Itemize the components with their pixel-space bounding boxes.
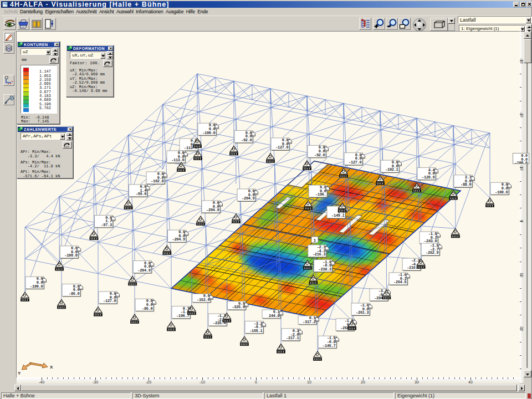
svg-text:244.8: 244.8 [269,314,280,318]
svg-text:-127.0: -127.0 [275,145,289,150]
svg-text:-196.: -196. [315,192,326,197]
svg-text:-204.9: -204.9 [242,196,255,201]
svg-text:-264.5: -264.5 [393,280,407,284]
svg-text:-100.0: -100.0 [30,284,43,289]
svg-text:-92.0: -92.0 [241,138,252,142]
svg-text:-261.3: -261.3 [356,310,369,315]
svg-text:-86.0: -86.0 [69,291,80,296]
svg-text:-86.0: -86.0 [142,306,153,311]
svg-text:-204.9: -204.9 [172,238,185,242]
svg-text:-100.0: -100.0 [64,253,78,258]
svg-text:-165.1: -165.1 [249,329,263,333]
svg-text:-100.0: -100.0 [495,190,508,195]
svg-text:-99.0: -99.0 [136,192,147,196]
svg-text:-152.6: -152.6 [197,298,210,302]
svg-text:-102.8: -102.8 [151,179,164,183]
svg-text:Y: Y [18,371,21,375]
svg-text:-88.0: -88.0 [461,182,472,187]
svg-text:1: 1 [314,238,316,243]
svg-text:-317.2: -317.2 [303,320,316,324]
svg-text:-238.3: -238.3 [318,267,331,272]
svg-text:-149.1: -149.1 [331,213,345,218]
svg-text:-120.9: -120.9 [422,175,435,180]
svg-text:-252.9: -252.9 [426,250,439,255]
svg-text:-97.3: -97.3 [101,223,112,227]
svg-text:-216.3: -216.3 [313,252,326,257]
svg-text:X: X [50,365,53,370]
svg-text:-243.0: -243.0 [424,239,437,243]
svg-text:-204.9: -204.9 [137,268,151,273]
svg-text:-127.0: -127.0 [103,299,116,303]
svg-text:-100.0: -100.0 [202,131,216,135]
svg-text:-102.1: -102.1 [385,168,398,172]
svg-text:-217.1: -217.1 [286,336,299,340]
svg-text:-92.0: -92.0 [314,153,325,157]
svg-text:-127.0: -127.0 [349,160,362,165]
svg-text:-146.7: -146.7 [323,344,336,348]
svg-text:-204.9: -204.9 [206,208,219,212]
svg-text:-113.0: -113.0 [171,158,185,162]
svg-text:-326.6: -326.6 [232,305,245,309]
